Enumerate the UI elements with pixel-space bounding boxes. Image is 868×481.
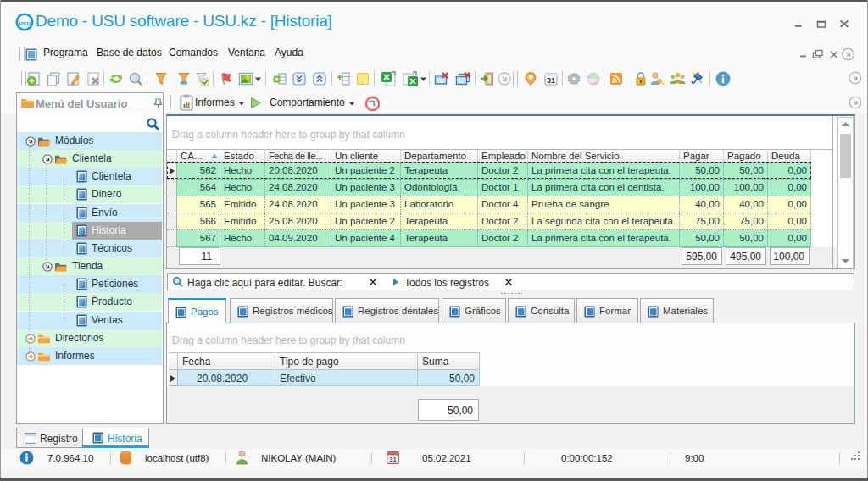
svg-text:usu: usu (19, 19, 31, 27)
svg-text:31: 31 (389, 456, 396, 463)
svg-text:31: 31 (547, 76, 555, 85)
